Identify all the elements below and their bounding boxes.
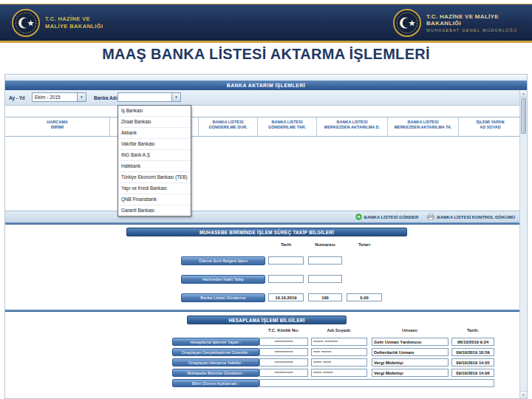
gerceklestirme-adsoyad-field: **** ****** — [311, 348, 367, 356]
scroll-down-icon[interactable] — [520, 391, 527, 398]
nakit-talep-label: Hazineden Nakit Talep — [181, 275, 265, 284]
printer-icon — [427, 214, 434, 220]
calc-col-unvan: Unvanı: — [372, 328, 449, 332]
bank-option[interactable]: Garanti Bankası — [118, 205, 191, 216]
calc-section-header: HESAPLAMA İŞLEMİ BİLGİLERİ — [187, 316, 347, 324]
month-year-value: Ekim - 2015 — [35, 95, 61, 100]
bank-option[interactable]: ING Bank A.Ş — [118, 150, 191, 161]
ministry-brand-left: T.C. HAZİNE VE MALİYE BAKANLIĞI — [12, 9, 103, 37]
ministry-emblem-icon — [12, 9, 40, 37]
hesaplayan-tarih-field: 06/10/2019 9:24 — [451, 338, 494, 346]
directorate-subtitle: MUHASEBAT GENEL MÜDÜRLÜĞÜ — [426, 28, 532, 33]
calc-col-tc: T.C. Kimlik No: — [259, 328, 308, 332]
send-bank-list-button[interactable]: BANKA LİSTESİ GÖNDER — [355, 214, 419, 220]
gerceklestirme-unvan-field: Defterdarlık Uzmanı — [372, 348, 449, 356]
harcama-yetkilisi-adsoyad-field: ***** ***** — [311, 358, 367, 366]
muhasebe-gonderen-adsoyad-field: ***** ****** — [311, 369, 367, 377]
actions-strip: BANKA LİSTESİ GÖNDER BANKA LİSTESİ KONTR… — [5, 211, 527, 222]
month-year-label: Ay - Yıl — [9, 95, 25, 100]
print-control-report-label: BANKA LİSTESİ KONTROL DÖKÜMÜ — [437, 215, 515, 219]
bank-option[interactable]: İş Bankası — [118, 106, 191, 117]
liste-gonderme-tutar-input[interactable]: 0,00 — [347, 293, 382, 301]
col-harcama-birimi: HARCAMA BİRİMİ — [5, 117, 110, 136]
col-merkezden-aktarilma-durumu: BANKA LİSTESİ MERKEZDEN AKTARILMA D. — [317, 117, 388, 136]
bank-option[interactable]: Yapı ve Kredi Bankası — [118, 183, 191, 194]
col-merkezden-aktarilma-tarihi: BANKA LİSTESİ MERKEZDEN AKTARILMA TA. — [388, 117, 459, 136]
section-divider — [5, 310, 527, 312]
muhasebe-gonderen-unvan-field: Vergi Müfettişi — [372, 369, 449, 377]
gov-header: T.C. HAZİNE VE MALİYE BAKANLIĞI T.C. HAZ… — [0, 4, 532, 43]
ministry-name-line2: MALİYE BAKANLIĞI — [45, 23, 103, 30]
hesaplayan-adsoyad-field: ****** ******** — [311, 338, 367, 346]
harcama-yetkilisi-tc-field: *********** — [259, 358, 308, 366]
bank-name-select[interactable] — [117, 92, 181, 102]
chevron-down-icon[interactable] — [171, 93, 180, 101]
scrollbar-thumb[interactable] — [521, 98, 526, 134]
bank-option[interactable]: QNB Finansbank — [118, 194, 191, 205]
bank-option[interactable]: Akbank — [118, 128, 191, 139]
calc-col-tarih: Tarih: — [451, 328, 494, 332]
muhasebe-gonderen-tc-field: *********** — [259, 369, 308, 377]
bank-option[interactable]: Vakıflar Bankası — [118, 139, 191, 150]
process-section-header: MUHASEBE BİRİMİNDE İŞLEM SÜREÇ TAKİP BİL… — [126, 228, 407, 236]
muhasebe-gonderen-label: Muhasebe Birimine Gönderen : — [172, 369, 259, 377]
slide: T.C. HAZİNE VE MALİYE BAKANLIĞI T.C. HAZ… — [0, 0, 532, 399]
hesaplayan-unvan-field: Gelir Uzman Yardımcısı — [372, 338, 449, 346]
gerceklestirme-gorevlisi-label: Onaylayan Gerçekleştirme Görevlisi : — [172, 348, 259, 356]
section-divider — [5, 222, 527, 225]
bank-option[interactable]: Ziraat Bankası — [118, 117, 191, 128]
chevron-down-icon[interactable] — [77, 93, 86, 101]
col-gonderilme-durumu: BANKA LİSTESİ GÖNDERİLME DUR. — [199, 117, 258, 136]
bank-option[interactable]: Halkbank — [118, 161, 191, 172]
send-bank-list-label: BANKA LİSTESİ GÖNDER — [364, 215, 419, 219]
bank-list-table-header: HARCAMA BİRİMİ PERSONEL SAYISI TOPLAM TU… — [5, 117, 522, 137]
bank-transfer-app-window: BANKA AKTARIM İŞLEMLERİ Ay - Yıl Ekim - … — [4, 74, 528, 399]
liste-gonderme-label: Banka Listesi Gönderme — [181, 293, 265, 302]
ministry-emblem-icon — [393, 9, 421, 37]
ministry-brand-right: T.C. HAZİNE VE MALİYE BAKANLIĞI MUHASEBA… — [393, 9, 532, 37]
muhasebe-gonderen-tarih-field: 09/10/2019 14:06 — [451, 369, 494, 377]
harcama-yetkilisi-tarih-field: 09/10/2019 14:05 — [451, 358, 494, 366]
odeme-emri-numara-input[interactable] — [308, 256, 342, 265]
vertical-scrollbar[interactable] — [519, 90, 527, 398]
nakit-talep-numara-input[interactable] — [308, 275, 342, 283]
odeme-emri-tarih-input[interactable] — [268, 256, 304, 265]
process-col-tutari: Tutarı — [347, 242, 382, 247]
nakit-talep-tarih-input[interactable] — [268, 275, 304, 283]
donem-aciklamasi-field[interactable] — [259, 379, 494, 387]
page-title: MAAŞ BANKA LİSTESİ AKTARMA İŞLEMLERİ — [0, 46, 532, 63]
harcama-yetkilisi-unvan-field: Vergi Müfettişi — [372, 358, 449, 366]
bank-option[interactable]: Türkiye Ekonomi Bankası (TEB) — [118, 172, 191, 183]
ministry-name-line1: T.C. HAZİNE VE — [45, 16, 103, 23]
month-year-select[interactable]: Ekim - 2015 — [32, 92, 86, 102]
hesaplayan-label: Hesaplama İşlemini Yapan : — [172, 338, 259, 346]
process-col-numarasi: Numarası — [308, 242, 342, 247]
process-col-tarih: Tarih — [268, 242, 304, 247]
print-control-report-button[interactable]: BANKA LİSTESİ KONTROL DÖKÜMÜ — [427, 214, 515, 220]
bank-name-label: Banka Adı — [94, 95, 117, 100]
harcama-yetkilisi-label: Onaylayan Harcama Yetkilisi : — [172, 358, 259, 366]
filter-toolbar: Ay - Yıl Ekim - 2015 Banka Adı — [5, 90, 527, 106]
hesaplayan-tc-field: *********** — [259, 338, 308, 346]
calc-col-adsoyad: Adı Soyadı: — [311, 328, 367, 332]
bank-dropdown: İş Bankası Ziraat Bankası Akbank Vakıfla… — [117, 105, 191, 216]
send-icon — [355, 214, 362, 220]
scroll-up-icon[interactable] — [520, 90, 527, 98]
col-gonderilme-tarihi: BANKA LİSTESİ GÖNDERİLME TAR. — [258, 117, 317, 136]
liste-gonderme-tarih-input[interactable]: 10.10.2019 — [268, 293, 304, 301]
ministry-title: T.C. HAZİNE VE MALİYE BAKANLIĞI — [426, 13, 532, 27]
gerceklestirme-tc-field: *********** — [259, 348, 308, 356]
gerceklestirme-tarih-field: 09/10/2019 10:59 — [451, 348, 494, 356]
donem-aciklamasi-label: Birim Dönem Açıklaması : — [172, 379, 259, 387]
col-islemi-yapan: İŞLEMİ YAPAN AD SOYAD — [459, 117, 522, 136]
odeme-emri-label: Ödeme Emri Belgesi İşlem — [181, 256, 265, 265]
app-title-bar: BANKA AKTARIM İŞLEMLERİ — [5, 81, 527, 90]
liste-gonderme-numara-input[interactable]: 100 — [308, 293, 342, 301]
bank-list-table-body — [5, 137, 522, 211]
